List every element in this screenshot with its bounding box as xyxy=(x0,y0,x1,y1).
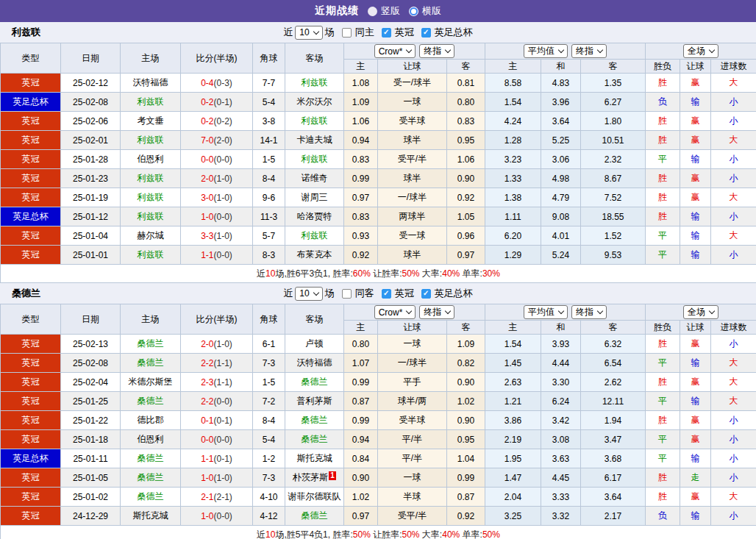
odds-home: 1.02 xyxy=(344,488,378,507)
league-checkbox-0[interactable] xyxy=(382,28,391,38)
summary-segment: 让胜率: xyxy=(371,529,402,539)
scope-select[interactable]: 全场 xyxy=(683,44,718,58)
result-value: 小 xyxy=(730,211,738,221)
result-outcome: 平 xyxy=(646,150,680,169)
league-checkbox-1[interactable] xyxy=(421,28,431,38)
table-row: 英冠25-01-18伯恩利0-0(0-0)5-4桑德兰0.94平/半0.952.… xyxy=(1,430,756,449)
home-team[interactable]: 利兹联 xyxy=(138,249,164,260)
away-team[interactable]: 谢周三 xyxy=(302,192,328,202)
filter-controls: 近 10 场 同客 英冠 英足总杯 xyxy=(283,287,472,301)
odds-final-select[interactable]: 终指 xyxy=(419,44,454,58)
summary-segment: 10 xyxy=(265,529,275,539)
column-header: 角球 xyxy=(253,43,285,74)
away-team[interactable]: 谢菲尔德联队 xyxy=(288,491,341,501)
corners-cell: 4-12 xyxy=(253,507,285,526)
away-team[interactable]: 卢顿 xyxy=(306,338,324,349)
home-team[interactable]: 德比郡 xyxy=(138,415,164,425)
result-goals: 大 xyxy=(711,354,756,373)
away-team[interactable]: 布莱克本 xyxy=(297,249,332,260)
league-type-badge: 英冠 xyxy=(1,226,61,246)
home-team[interactable]: 利兹联 xyxy=(138,192,164,202)
same-venue-checkbox[interactable] xyxy=(342,28,352,38)
odds-away: 0.90 xyxy=(447,373,485,392)
match-count-select[interactable]: 10 xyxy=(295,287,322,301)
home-team[interactable]: 伯恩利 xyxy=(138,154,164,164)
home-team[interactable]: 桑德兰 xyxy=(138,453,164,463)
page-title: 近期战绩 xyxy=(315,4,359,18)
home-team[interactable]: 利兹联 xyxy=(138,173,164,183)
home-team[interactable]: 斯托克城 xyxy=(133,510,168,521)
halftime-score: (0-3) xyxy=(214,78,232,88)
home-team[interactable]: 利兹联 xyxy=(138,96,164,107)
corners-cell: 11-3 xyxy=(253,207,285,226)
away-team[interactable]: 诺维奇 xyxy=(302,173,328,183)
away-team[interactable]: 斯托克城 xyxy=(297,453,332,463)
home-team[interactable]: 桑德兰 xyxy=(138,357,164,368)
away-team[interactable]: 利兹联 xyxy=(302,230,328,240)
average-final-select[interactable]: 终指 xyxy=(571,305,607,319)
score-cell: 0-0(0-0) xyxy=(181,430,253,449)
sub-column-header: 进球数 xyxy=(711,60,756,74)
avg-draw: 4.83 xyxy=(541,74,581,93)
league-checkbox-1[interactable] xyxy=(421,289,431,299)
away-team[interactable]: 利兹联 xyxy=(302,77,328,88)
away-team[interactable]: 沃特福德 xyxy=(297,357,332,368)
filter-controls: 近 10 场 同主 英冠 英足总杯 xyxy=(283,26,472,40)
column-header: 类型 xyxy=(1,43,61,74)
average-select[interactable]: 平均值 xyxy=(524,44,568,58)
home-team[interactable]: 桑德兰 xyxy=(138,491,164,501)
corners-cell: 7-7 xyxy=(253,74,285,93)
home-team[interactable]: 赫尔城 xyxy=(138,230,164,240)
home-team[interactable]: 沃特福德 xyxy=(133,77,168,88)
away-team[interactable]: 桑德兰 xyxy=(302,415,328,425)
same-venue-checkbox[interactable] xyxy=(342,289,352,299)
home-team[interactable]: 考文垂 xyxy=(138,115,164,126)
avg-away: 6.32 xyxy=(581,335,646,354)
result-handicap: 赢 xyxy=(680,112,711,131)
table-row: 英冠25-01-01利兹联1-1(0-0)8-3布莱克本0.92球半0.971.… xyxy=(1,246,756,265)
bookmaker-select[interactable]: Crow* xyxy=(374,44,416,58)
bookmaker-select[interactable]: Crow* xyxy=(374,305,416,319)
avg-home: 1.54 xyxy=(485,93,541,112)
view-option-vertical[interactable]: 竖版 xyxy=(368,4,400,18)
average-select[interactable]: 平均值 xyxy=(524,305,568,319)
home-team[interactable]: 桑德兰 xyxy=(138,338,164,349)
away-team[interactable]: 桑德兰 xyxy=(302,376,328,387)
home-team[interactable]: 利兹联 xyxy=(138,135,164,145)
away-team[interactable]: 哈洛贾特 xyxy=(297,211,332,221)
table-row: 英冠25-02-04米德尔斯堡2-3(1-1)1-5桑德兰0.99平手0.902… xyxy=(1,373,756,392)
result-handicap: 赢 xyxy=(680,373,711,392)
result-outcome: 平 xyxy=(646,430,680,449)
radio-selected-icon[interactable] xyxy=(368,7,377,16)
home-team[interactable]: 桑德兰 xyxy=(138,472,164,482)
home-team[interactable]: 桑德兰 xyxy=(138,396,164,406)
home-team[interactable]: 米德尔斯堡 xyxy=(129,376,173,387)
away-team[interactable]: 普利茅斯 xyxy=(297,396,332,406)
match-date: 25-01-22 xyxy=(61,411,121,430)
home-team[interactable]: 利兹联 xyxy=(138,211,164,221)
league-checkbox-0[interactable] xyxy=(382,289,391,299)
result-value: 输 xyxy=(691,249,700,260)
fulltime-score: 2-3 xyxy=(201,377,213,388)
result-value: 平 xyxy=(658,396,667,406)
result-goals: 大 xyxy=(711,188,756,207)
result-goals: 小 xyxy=(711,468,756,488)
column-header: 日期 xyxy=(61,43,121,74)
away-team[interactable]: 桑德兰 xyxy=(302,510,328,521)
same-venue-label: 同主 xyxy=(355,26,374,39)
scope-select[interactable]: 全场 xyxy=(683,305,718,319)
away-team[interactable]: 卡迪夫城 xyxy=(297,135,332,145)
average-final-select[interactable]: 终指 xyxy=(571,44,607,58)
match-count-select[interactable]: 10 xyxy=(295,26,322,40)
away-team[interactable]: 桑德兰 xyxy=(302,434,328,444)
odds-final-select[interactable]: 终指 xyxy=(419,305,454,319)
away-team[interactable]: 米尔沃尔 xyxy=(297,96,332,107)
away-team[interactable]: 朴茨茅斯 xyxy=(293,472,328,482)
halftime-score: (2-0) xyxy=(214,135,232,146)
away-team[interactable]: 利兹联 xyxy=(302,115,328,126)
sub-column-header: 让球 xyxy=(680,60,711,74)
view-option-horizontal[interactable]: 横版 xyxy=(409,4,441,18)
home-team[interactable]: 伯恩利 xyxy=(138,434,164,444)
away-team[interactable]: 利兹联 xyxy=(302,154,328,164)
radio-unselected-icon[interactable] xyxy=(409,7,418,16)
